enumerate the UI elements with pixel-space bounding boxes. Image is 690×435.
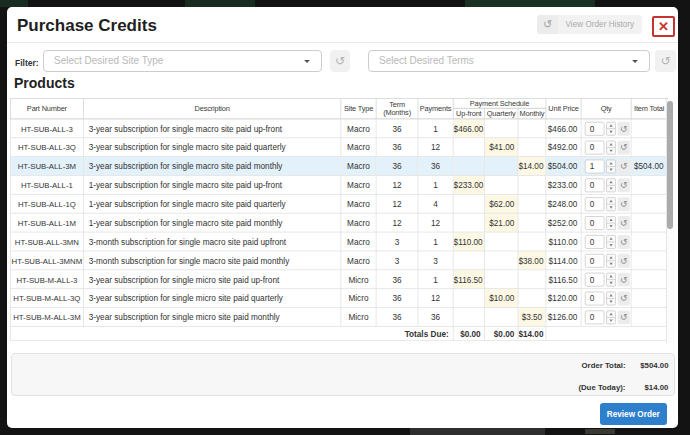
site-type-select[interactable]: Select Desired Site Type [43,50,322,72]
unit-price-cell: $233.00 [546,175,581,194]
item-total-cell [631,232,667,251]
qty-stepper[interactable] [606,253,616,267]
payments-cell: 36 [418,308,453,327]
qty-input[interactable]: 0 [585,235,605,249]
terms-select[interactable]: Select Desired Terms [368,50,650,72]
due-today-row: (Due Today): $14.00 [578,383,668,392]
qty-input[interactable]: 0 [585,216,605,230]
part-number-cell: HT-SUB-ALL-1 [10,175,83,194]
qty-reset-button[interactable]: ↺ [618,197,630,211]
close-button[interactable]: ✕ [652,16,675,37]
stepper-down-icon[interactable] [607,317,615,323]
stepper-down-icon[interactable] [607,242,615,248]
table-scrollbar[interactable] [666,99,674,343]
view-order-history-button[interactable]: ↺ View Order History [537,15,642,34]
up-front-cell [453,213,484,232]
payments-cell: 36 [418,157,453,176]
table-row: HT-SUB-M-ALL-33-year subscription for si… [10,270,667,289]
part-number-cell: HT-SUB-M-ALL-3Q [10,289,83,308]
qty-stepper[interactable] [606,140,616,154]
order-total-label: Order Total: [581,361,625,370]
header-divider [7,42,678,43]
qty-reset-button[interactable]: ↺ [618,272,630,286]
qty-input[interactable]: 0 [585,272,605,286]
stepper-down-icon[interactable] [607,185,615,191]
qty-input[interactable]: 0 [585,121,605,135]
item-total-cell [631,289,667,308]
qty-stepper[interactable] [606,159,616,173]
stepper-down-icon[interactable] [607,166,615,172]
qty-cell: 1↺ [581,157,631,176]
products-table: Part Number Description Site Type Term (… [10,98,674,344]
stepper-down-icon[interactable] [607,280,615,286]
qty-reset-button[interactable]: ↺ [618,178,630,192]
qty-stepper[interactable] [606,291,616,305]
qty-stepper[interactable] [606,216,616,230]
stepper-down-icon[interactable] [607,261,615,267]
payments-cell: 12 [418,213,453,232]
qty-reset-button[interactable]: ↺ [618,121,630,135]
item-total-cell [631,119,667,138]
unit-price-cell: $116.50 [546,270,581,289]
quarterly-cell [484,157,518,176]
term-cell: 12 [376,175,418,194]
review-order-button[interactable]: Review Order [600,403,667,425]
col-monthly: Monthly [518,108,546,119]
order-total-row: Order Total: $504.00 [581,361,668,370]
table-row: HT-SUB-ALL-3MNM3-month subscription for … [10,251,667,270]
qty-reset-button[interactable]: ↺ [618,310,630,324]
qty-input[interactable]: 0 [585,140,605,154]
qty-input[interactable]: 0 [585,178,605,192]
quarterly-cell: $21.00 [484,213,518,232]
description-cell: 1-year subscription for single macro sit… [83,175,340,194]
table-row: HT-SUB-M-ALL-3Q3-year subscription for s… [10,289,667,308]
item-total-cell [631,308,667,327]
qty-reset-button[interactable]: ↺ [618,253,630,267]
qty-input[interactable]: 0 [585,291,605,305]
qty-stepper[interactable] [606,235,616,249]
site-type-cell: Micro [341,308,376,327]
qty-input[interactable]: 0 [585,310,605,324]
table-row: HT-SUB-ALL-3M3-year subscription for sin… [10,157,667,176]
stepper-down-icon[interactable] [607,223,615,229]
qty-cell: 0↺ [581,213,631,232]
site-type-reset-button[interactable]: ↺ [330,50,350,72]
qty-reset-button[interactable]: ↺ [618,291,630,305]
qty-reset-button[interactable]: ↺ [618,159,630,173]
scrollbar-thumb[interactable] [667,101,673,229]
qty-input[interactable]: 0 [585,253,605,267]
order-summary-panel: Order Total: $504.00 (Due Today): $14.00 [11,353,675,396]
totals-up-front: $0.00 [453,326,484,340]
up-front-cell [453,157,484,176]
terms-placeholder: Select Desired Terms [379,55,474,66]
stepper-down-icon[interactable] [607,129,615,135]
qty-cell: 0↺ [581,308,631,327]
unit-price-cell: $248.00 [546,194,581,213]
table-row: HT-SUB-ALL-3MN3-month subscription for s… [10,232,667,251]
payments-cell: 1 [418,270,453,289]
stepper-down-icon[interactable] [607,148,615,154]
qty-stepper[interactable] [606,121,616,135]
quarterly-cell [484,270,518,289]
qty-input[interactable]: 1 [585,159,605,173]
unit-price-cell: $120.00 [546,289,581,308]
item-total-cell [631,138,667,157]
qty-stepper[interactable] [606,310,616,324]
col-up-front: Up-front [453,108,484,119]
terms-reset-button[interactable]: ↺ [655,50,676,72]
qty-reset-button[interactable]: ↺ [618,140,630,154]
qty-input[interactable]: 0 [585,197,605,211]
qty-reset-button[interactable]: ↺ [618,216,630,230]
stepper-down-icon[interactable] [607,204,615,210]
qty-stepper[interactable] [606,197,616,211]
table-row: HT-SUB-ALL-1M1-year subscription for sin… [10,213,667,232]
up-front-cell [453,138,484,157]
table-row: HT-SUB-ALL-1Q1-year subscription for sin… [10,194,667,213]
qty-stepper[interactable] [606,272,616,286]
due-today-value: $14.00 [625,383,668,392]
part-number-cell: HT-SUB-ALL-1Q [10,194,83,213]
table-row: HT-SUB-ALL-11-year subscription for sing… [10,175,667,194]
qty-reset-button[interactable]: ↺ [618,235,630,249]
qty-stepper[interactable] [606,178,616,192]
stepper-down-icon[interactable] [607,298,615,304]
